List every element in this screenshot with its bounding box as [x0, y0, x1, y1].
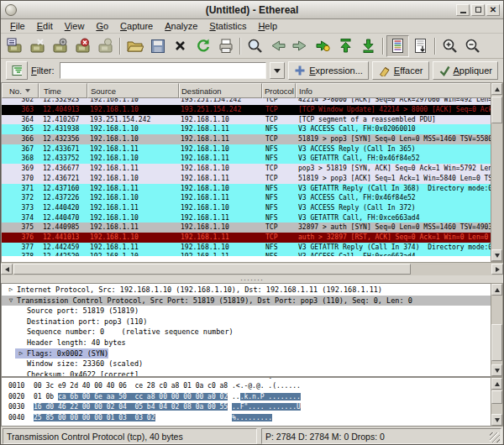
hex-row[interactable]: 002001 0b ca 6b 00 6e aa 50 cc a8 00 00 …: [2, 392, 491, 402]
filter-dialog-button[interactable]: [6, 61, 28, 80]
scroll-up-button[interactable]: [491, 378, 502, 390]
menu-statistics[interactable]: Statistics: [203, 20, 252, 32]
zoom-in-icon: [441, 37, 459, 55]
tree-row[interactable]: Header length: 40 bytes: [2, 338, 491, 348]
tree-row[interactable]: Checksum: 0x4622 [correct]: [2, 369, 491, 377]
filter-input[interactable]: [60, 62, 267, 79]
packet-row[interactable]: 37012.436721192.168.1.10192.168.1.11TCP5…: [2, 174, 492, 184]
column-header-info[interactable]: Info: [296, 83, 492, 98]
go-back-button[interactable]: [266, 35, 289, 57]
tree-row[interactable]: ▷Internet Protocol, Src: 192.168.1.10 (1…: [2, 285, 491, 296]
tree-row-highlighted[interactable]: ▷Flags: 0x0002 (SYN): [2, 348, 491, 359]
column-header-source[interactable]: Source: [87, 83, 179, 98]
menu-go[interactable]: Go: [90, 20, 114, 32]
hex-row[interactable]: 004025 85 00 00 00 00 01 03 03 02%......…: [2, 413, 491, 423]
details-vscrollbar[interactable]: [491, 283, 503, 377]
tree-row-selected[interactable]: ▽Transmission Control Protocol, Src Port…: [2, 296, 491, 306]
save-button[interactable]: [146, 35, 169, 57]
column-header-protocol[interactable]: Protocol: [262, 83, 296, 98]
packet-row-clipped[interactable]: 37812.442520192.168.1.10192.168.1.11NFSV…: [2, 252, 492, 256]
packet-row[interactable]: 37612.441013192.168.1.10192.168.1.11TCPa…: [2, 233, 492, 243]
close-button[interactable]: ✕: [486, 4, 500, 16]
packet-row[interactable]: 37312.440420192.168.1.11192.168.1.10NFSV…: [2, 203, 492, 213]
menu-capture[interactable]: Capture: [114, 20, 159, 32]
expander-expanded-icon[interactable]: ▽: [5, 296, 17, 306]
scroll-thumb[interactable]: [13, 264, 411, 275]
column-header-destination[interactable]: Destination: [179, 83, 262, 98]
apply-button[interactable]: Appliquer: [433, 61, 498, 80]
scroll-thumb[interactable]: [491, 390, 502, 404]
go-forward-button[interactable]: [289, 35, 312, 57]
scroll-thumb[interactable]: [491, 324, 502, 361]
byte-view-vscrollbar[interactable]: [491, 377, 503, 427]
packet-row[interactable]: 36312.404913192.168.1.10193.251.154.242T…: [2, 105, 492, 115]
scroll-thumb[interactable]: [491, 97, 502, 123]
filter-history-dropdown[interactable]: [270, 62, 285, 79]
cell-info: [TCP Window Update] 42214 > 8000 [ACK] S…: [296, 105, 492, 115]
packet-row[interactable]: 37112.437160192.168.1.11192.168.1.10NFSV…: [2, 184, 492, 194]
expression-button[interactable]: Expression...: [288, 61, 369, 80]
title-bar[interactable]: (Untitled) - Ethereal ✕: [1, 1, 503, 19]
scroll-up-button[interactable]: [491, 83, 502, 95]
packet-row[interactable]: 36412.410267193.251.154.242192.168.1.10T…: [2, 115, 492, 125]
expander-collapsed-icon[interactable]: ▷: [5, 285, 17, 296]
scroll-down-button[interactable]: [491, 414, 502, 426]
packet-row[interactable]: 36512.431938192.168.1.10192.168.1.11NFSV…: [2, 124, 492, 134]
menu-view[interactable]: View: [59, 20, 91, 32]
zoom-out-button[interactable]: [461, 35, 484, 57]
cell-info: V3 ACCESS Reply (Call In 365): [296, 144, 492, 154]
packet-row[interactable]: 37512.440985192.168.1.11192.168.1.10TCP3…: [2, 222, 492, 233]
scroll-down-button[interactable]: [491, 364, 502, 376]
open-button[interactable]: [123, 35, 146, 57]
capture-start-button[interactable]: [49, 35, 71, 57]
find-button[interactable]: [244, 35, 266, 57]
menu-analyze[interactable]: Analyze: [159, 20, 203, 32]
packet-list-vscrollbar[interactable]: [491, 82, 503, 262]
menu-help[interactable]: Help: [252, 20, 283, 32]
print-button[interactable]: [214, 35, 237, 57]
auto-scroll-button[interactable]: [409, 35, 432, 57]
scroll-up-button[interactable]: [491, 284, 502, 296]
clear-button[interactable]: Effacer: [372, 61, 429, 80]
zoom-in-button[interactable]: [438, 35, 461, 57]
goto-bottom-button[interactable]: [357, 35, 380, 57]
packet-row[interactable]: 36712.433671192.168.1.11192.168.1.10NFSV…: [2, 144, 492, 154]
menu-edit[interactable]: Edit: [31, 20, 59, 32]
packet-row-selected[interactable]: 36612.432356192.168.1.10192.168.1.11TCP5…: [2, 134, 492, 144]
maximize-button[interactable]: [471, 4, 485, 16]
capture-restart-button[interactable]: [94, 35, 117, 57]
expander-collapsed-icon[interactable]: ▷: [15, 348, 27, 359]
tree-row[interactable]: Sequence number: 0 (relative sequence nu…: [2, 327, 491, 338]
packet-row[interactable]: 37712.442459192.168.1.11192.168.1.10NFSV…: [2, 243, 492, 253]
packet-row[interactable]: 36212.332923192.168.1.10193.251.154.242T…: [2, 98, 492, 105]
packet-list-hscrollbar[interactable]: [1, 262, 503, 275]
tree-row[interactable]: Source port: 51819 (51819): [2, 306, 491, 317]
pane-splitter-handle[interactable]: ·······: [1, 275, 503, 283]
colorize-button[interactable]: [386, 35, 409, 57]
column-header-no[interactable]: No.: [2, 83, 39, 98]
packet-row[interactable]: 37412.440470192.168.1.10192.168.1.11NFSV…: [2, 213, 492, 223]
apply-label: Appliquer: [454, 65, 492, 76]
minimize-button[interactable]: [456, 4, 470, 16]
goto-packet-button[interactable]: [312, 35, 334, 57]
scroll-left-button[interactable]: [1, 264, 13, 275]
packet-row[interactable]: 36912.436677192.168.1.11192.168.1.10TCPp…: [2, 164, 492, 174]
resize-grip[interactable]: [490, 432, 500, 442]
packet-row[interactable]: 37212.437226192.168.1.10192.168.1.11NFSV…: [2, 193, 492, 203]
close-capture-button[interactable]: [169, 35, 192, 57]
tree-row[interactable]: Destination port: pop3 (110): [2, 317, 491, 327]
hex-row[interactable]: 001000 3c e9 2d 40 00 40 06 ce 28 c0 a8 …: [2, 381, 491, 391]
scroll-right-button[interactable]: [491, 264, 503, 275]
tree-row[interactable]: Window size: 23360 (scaled): [2, 359, 491, 369]
capture-stop-button[interactable]: [71, 35, 94, 57]
menu-file[interactable]: File: [4, 20, 31, 32]
hex-row[interactable]: 003016 d0 46 22 00 00 02 04 05 b4 04 02 …: [2, 402, 491, 412]
packet-details-pane: ▷Internet Protocol, Src: 192.168.1.10 (1…: [1, 283, 492, 377]
interfaces-button[interactable]: [3, 35, 26, 57]
goto-top-button[interactable]: [334, 35, 357, 57]
packet-row[interactable]: 36812.433752192.168.1.10192.168.1.11NFSV…: [2, 154, 492, 164]
capture-options-button[interactable]: [26, 35, 49, 57]
column-header-time[interactable]: Time: [39, 83, 87, 98]
scroll-down-button[interactable]: [491, 249, 502, 261]
reload-button[interactable]: [192, 35, 214, 57]
